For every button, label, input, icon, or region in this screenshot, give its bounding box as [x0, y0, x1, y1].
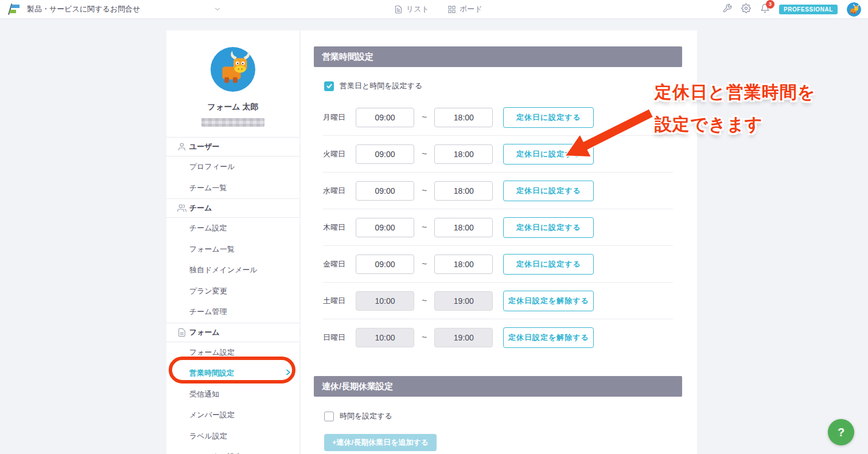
plan-badge: PROFESSIONAL: [779, 5, 838, 14]
day-label: 土曜日: [323, 296, 356, 306]
sidebar-section-title: チーム: [189, 203, 212, 213]
user-icon: [177, 142, 186, 151]
sidebar-item-label: ステータス設定: [189, 452, 242, 454]
sidebar-item-team-manage[interactable]: チーム管理: [166, 302, 299, 323]
enable-business-hours-row: 営業日と時間を設定する: [324, 81, 697, 91]
top-header-bar: 製品・サービスに関するお問合せ リスト ボード: [0, 0, 868, 19]
notification-count-badge: 3: [766, 0, 774, 9]
form-switcher-chevron-down-icon[interactable]: [213, 5, 221, 13]
formrun-logo-icon[interactable]: [7, 2, 22, 16]
sidebar-item-receive-notification[interactable]: 受信通知: [166, 384, 299, 405]
view-tabs: リスト ボード: [394, 0, 482, 18]
sidebar-item-label: 営業時間設定: [189, 368, 234, 378]
enable-holiday-time-row: 時間を設定する: [324, 411, 697, 421]
end-time-input[interactable]: [434, 144, 493, 164]
end-time-input[interactable]: [434, 181, 493, 201]
tilde-separator: ~: [422, 186, 427, 196]
sidebar-item-label-settings[interactable]: ラベル設定: [166, 426, 299, 447]
sidebar-item-form-settings[interactable]: フォーム設定: [166, 342, 299, 363]
tilde-separator: ~: [422, 112, 427, 123]
tilde-separator: ~: [422, 296, 427, 306]
board-icon: [447, 5, 456, 14]
start-time-input[interactable]: [356, 291, 414, 311]
unset-holiday-button[interactable]: 定休日設定を解除する: [503, 327, 594, 348]
sidebar-item-team-settings[interactable]: チーム設定: [166, 218, 299, 239]
team-icon: [177, 203, 186, 213]
end-time-input[interactable]: [434, 218, 493, 237]
check-icon: [326, 83, 333, 89]
day-row-sunday: 日曜日 ~ 定休日設定を解除する: [323, 319, 673, 356]
help-button[interactable]: ?: [828, 419, 854, 445]
tilde-separator: ~: [422, 259, 427, 269]
settings-sidebar: フォーム 太郎 ユーザー プロフィール チーム一覧 チーム チーム設定 フォーム…: [166, 30, 299, 454]
set-holiday-button[interactable]: 定休日に設定する: [503, 254, 594, 275]
sidebar-item-label: ラベル設定: [189, 431, 227, 441]
sidebar-item-custom-domain-mail[interactable]: 独自ドメインメール: [166, 260, 299, 281]
header-actions: 3 PROFESSIONAL: [722, 0, 861, 18]
sidebar-item-label: プラン変更: [189, 286, 227, 296]
main-panel: 営業時間設定 営業日と時間を設定する 月曜日 ~ 定休日に設定する 火曜日 ~ …: [301, 30, 697, 454]
sidebar-item-profile[interactable]: プロフィール: [166, 156, 299, 178]
sidebar-section-title: フォーム: [189, 327, 220, 338]
sidebar-menu: ユーザー プロフィール チーム一覧 チーム チーム設定 フォーム一覧 独自ドメイ…: [166, 137, 299, 454]
unset-holiday-button[interactable]: 定休日設定を解除する: [503, 291, 594, 311]
sidebar-item-form-list[interactable]: フォーム一覧: [166, 239, 299, 260]
start-time-input[interactable]: [356, 255, 414, 274]
enable-business-hours-checkbox[interactable]: [324, 81, 334, 91]
day-label: 月曜日: [323, 112, 356, 123]
set-holiday-button[interactable]: 定休日に設定する: [503, 181, 594, 201]
tab-board-label: ボード: [460, 4, 482, 14]
sidebar-section-team: チーム: [166, 198, 299, 218]
profile-user-name: フォーム 太郎: [166, 102, 299, 112]
start-time-input[interactable]: [356, 108, 414, 127]
sidebar-item-label: プロフィール: [189, 162, 235, 172]
profile-card: フォーム 太郎: [166, 30, 299, 127]
sidebar-item-status-settings[interactable]: ステータス設定: [166, 447, 299, 454]
tab-board[interactable]: ボード: [447, 4, 482, 14]
user-avatar[interactable]: [847, 2, 861, 17]
sidebar-item-business-hours[interactable]: 営業時間設定: [166, 363, 299, 384]
long-holiday-section-header: 連休/長期休業設定: [314, 376, 682, 397]
enable-business-hours-label: 営業日と時間を設定する: [340, 81, 422, 91]
setup-wrench-icon[interactable]: [722, 3, 732, 15]
end-time-input[interactable]: [434, 255, 493, 274]
list-icon: [394, 5, 403, 14]
end-time-input[interactable]: [434, 291, 493, 311]
sidebar-item-label: チーム設定: [189, 223, 227, 233]
add-long-holiday-button[interactable]: +連休/長期休業日を追加する: [324, 434, 437, 451]
sidebar-item-label: フォーム一覧: [189, 244, 235, 255]
day-label: 木曜日: [323, 222, 356, 233]
sidebar-item-label: メンバー設定: [189, 410, 235, 420]
sidebar-item-label: 受信通知: [189, 389, 219, 400]
app-root: 製品・サービスに関するお問合せ リスト ボード: [0, 0, 868, 454]
day-row-friday: 金曜日 ~ 定休日に設定する: [323, 246, 673, 283]
start-time-input[interactable]: [356, 181, 414, 201]
profile-avatar: [211, 47, 255, 92]
enable-holiday-time-label: 時間を設定する: [340, 411, 392, 421]
chevron-right-icon: [285, 369, 291, 378]
enable-holiday-time-checkbox[interactable]: [324, 412, 334, 421]
sidebar-item-label: 独自ドメインメール: [189, 265, 258, 275]
end-time-input[interactable]: [434, 328, 493, 347]
end-time-input[interactable]: [434, 108, 493, 127]
sidebar-item-label: チーム管理: [189, 307, 227, 317]
start-time-input[interactable]: [356, 144, 414, 164]
set-holiday-button[interactable]: 定休日に設定する: [503, 217, 594, 238]
sidebar-item-plan-change[interactable]: プラン変更: [166, 281, 299, 302]
annotation-line-1: 定休日と営業時間を: [655, 76, 815, 108]
current-form-title: 製品・サービスに関するお問合せ: [27, 4, 140, 14]
day-label: 水曜日: [323, 186, 356, 196]
tab-list[interactable]: リスト: [394, 4, 429, 14]
notifications-bell-icon[interactable]: 3: [760, 3, 770, 15]
sidebar-item-member-settings[interactable]: メンバー設定: [166, 405, 299, 426]
form-icon: [177, 328, 186, 337]
settings-gear-icon[interactable]: [741, 3, 751, 15]
start-time-input[interactable]: [356, 218, 414, 237]
sidebar-item-label: チーム一覧: [189, 183, 227, 193]
start-time-input[interactable]: [356, 328, 414, 347]
tilde-separator: ~: [422, 222, 427, 233]
day-label: 日曜日: [323, 332, 356, 343]
business-hours-section-header: 営業時間設定: [314, 46, 682, 67]
sidebar-item-team-list[interactable]: チーム一覧: [166, 178, 299, 199]
sidebar-section-title: ユーザー: [189, 142, 220, 152]
